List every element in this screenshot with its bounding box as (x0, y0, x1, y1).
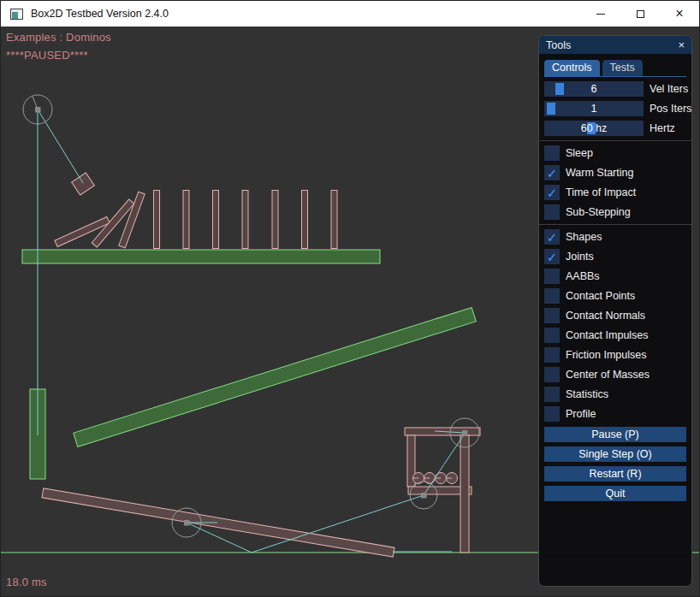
check-icon: ✓ (547, 231, 558, 244)
checkbox-center-of-masses[interactable]: Center of Masses (544, 367, 686, 382)
sloped-platform (74, 308, 477, 447)
pos-iters-row: 1 Pos Iters (544, 101, 686, 116)
pos-iters-slider[interactable]: 1 (544, 101, 644, 116)
checkbox-sleep[interactable]: Sleep (544, 145, 686, 161)
single-step-button[interactable]: Single Step (O) (544, 446, 686, 462)
tab-tests[interactable]: Tests (602, 60, 643, 76)
app-window: Box2D Testbed Version 2.4.0 × (0, 0, 700, 597)
checkbox-box[interactable] (544, 367, 560, 382)
check-icon: ✓ (547, 186, 558, 199)
checkbox-box[interactable] (544, 347, 560, 363)
separator (539, 224, 691, 225)
checkbox-joints[interactable]: ✓ Joints (544, 249, 686, 264)
hertz-value: 60 hz (544, 121, 644, 136)
quit-button[interactable]: Quit (544, 486, 686, 501)
upright-dominos (154, 191, 338, 249)
checkbox-box[interactable]: ✓ (544, 229, 560, 245)
checkbox-box[interactable] (544, 328, 560, 343)
checkbox-contact-normals[interactable]: Contact Normals (544, 308, 686, 323)
checkbox-aabbs[interactable]: AABBs (544, 269, 686, 284)
close-button[interactable]: × (660, 1, 699, 27)
checkbox-profile[interactable]: Profile (544, 406, 686, 422)
tools-panel-title: Tools (546, 39, 678, 51)
checkbox-box[interactable] (544, 204, 560, 220)
checkbox-box[interactable] (544, 269, 560, 284)
tools-tabbar: Controls Tests (544, 60, 686, 77)
checkbox-contact-points[interactable]: Contact Points (544, 288, 686, 304)
example-label: Examples : Dominos (6, 31, 111, 44)
app-icon (10, 9, 23, 20)
window-title: Box2D Testbed Version 2.4.0 (31, 8, 169, 20)
vel-iters-slider[interactable]: 6 (544, 81, 644, 97)
window-titlebar[interactable]: Box2D Testbed Version 2.4.0 × (1, 1, 699, 27)
restart-button[interactable]: Restart (R) (544, 466, 686, 482)
checkbox-box[interactable]: ✓ (544, 249, 560, 264)
separator (539, 140, 691, 141)
checkbox-statistics[interactable]: Statistics (544, 387, 686, 402)
minimize-icon (596, 14, 605, 15)
checkbox-sub-stepping[interactable]: Sub-Stepping (544, 204, 686, 220)
minimize-button[interactable] (581, 1, 620, 27)
checkbox-contact-impulses[interactable]: Contact Impulses (544, 328, 686, 343)
vel-iters-label: Vel Iters (650, 83, 688, 95)
hertz-row: 60 hz Hertz (544, 121, 686, 136)
checkbox-friction-impulses[interactable]: Friction Impulses (544, 347, 686, 363)
maximize-button[interactable] (620, 1, 660, 27)
checkbox-warm-starting[interactable]: ✓ Warm Starting (544, 165, 686, 180)
checkbox-box[interactable] (544, 145, 560, 161)
checkbox-box[interactable] (544, 406, 560, 422)
maximize-icon (637, 10, 644, 18)
hertz-label: Hertz (650, 122, 675, 134)
fallen-domino (119, 192, 145, 248)
tab-controls[interactable]: Controls (544, 60, 600, 76)
hertz-slider[interactable]: 60 hz (544, 121, 644, 136)
tools-panel: Tools × Controls Tests 6 Vel Iters 1 Pos… (538, 35, 692, 587)
pos-iters-label: Pos Iters (650, 103, 691, 115)
joint-anchor-markers (35, 107, 468, 526)
tools-panel-titlebar[interactable]: Tools × (539, 36, 691, 54)
pos-iters-value: 1 (544, 101, 644, 116)
paused-label: ****PAUSED**** (6, 49, 88, 62)
domino-shelf (22, 250, 380, 263)
pause-button[interactable]: Pause (P) (544, 427, 686, 442)
checkbox-box[interactable] (544, 308, 560, 323)
vel-iters-value: 6 (544, 81, 644, 97)
frame-time-label: 18.0 ms (6, 576, 47, 588)
checkbox-box[interactable]: ✓ (544, 185, 560, 200)
checkbox-box[interactable] (544, 387, 560, 402)
checkbox-shapes[interactable]: ✓ Shapes (544, 229, 686, 245)
checkbox-box[interactable]: ✓ (544, 165, 560, 180)
checkbox-box[interactable] (544, 288, 560, 304)
panel-close-icon[interactable]: × (678, 39, 685, 50)
check-icon: ✓ (547, 251, 558, 263)
check-icon: ✓ (547, 167, 558, 180)
checkbox-time-of-impact[interactable]: ✓ Time of Impact (544, 185, 686, 200)
vel-iters-row: 6 Vel Iters (544, 81, 686, 97)
pendulum-box (72, 173, 95, 195)
